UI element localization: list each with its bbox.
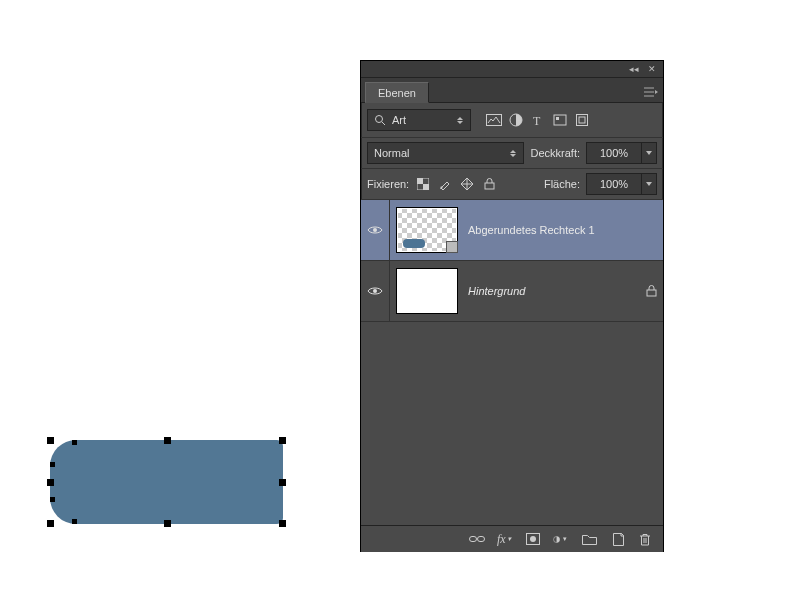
transform-handle[interactable]	[279, 437, 286, 444]
panel-titlebar[interactable]: ◂◂ ✕	[361, 61, 663, 78]
layer-name[interactable]: Hintergrund	[464, 285, 639, 297]
layer-row[interactable]: Abgerundetes Rechteck 1	[361, 200, 663, 261]
panel-tabbar: Ebenen	[361, 78, 663, 103]
svg-point-0	[376, 116, 383, 123]
lock-position-icon[interactable]	[459, 176, 475, 192]
new-layer-icon[interactable]	[609, 531, 625, 547]
lock-all-icon[interactable]	[481, 176, 497, 192]
layer-lock-icon[interactable]	[639, 285, 663, 297]
lock-row: Fixieren: Fläche: 100%	[361, 169, 663, 200]
filter-pixel-icon[interactable]	[485, 112, 503, 128]
svg-rect-6	[556, 117, 559, 120]
svg-rect-7	[577, 115, 588, 126]
fill-dropdown-icon[interactable]	[642, 173, 657, 195]
fill-value[interactable]: 100%	[586, 173, 642, 195]
svg-point-13	[373, 228, 377, 232]
transform-handle[interactable]	[164, 437, 171, 444]
filter-smart-icon[interactable]	[573, 112, 591, 128]
opacity-dropdown-icon[interactable]	[642, 142, 657, 164]
transform-handle[interactable]	[47, 520, 54, 527]
link-layers-icon[interactable]	[469, 531, 485, 547]
visibility-toggle[interactable]	[361, 261, 390, 321]
shape-layer-badge-icon	[446, 241, 458, 253]
fill-label: Fläche:	[544, 178, 580, 190]
layer-row[interactable]: Hintergrund	[361, 261, 663, 322]
adjustment-layer-icon[interactable]: ▾	[553, 531, 569, 547]
svg-rect-5	[554, 115, 566, 125]
tab-layers[interactable]: Ebenen	[365, 82, 429, 103]
transform-handle[interactable]	[164, 520, 171, 527]
layer-thumbnail[interactable]	[396, 268, 458, 314]
svg-point-14	[373, 289, 377, 293]
layer-style-icon[interactable]: fx▾	[497, 531, 513, 547]
opacity-label: Deckkraft:	[530, 147, 580, 159]
svg-rect-17	[478, 537, 485, 542]
close-icon[interactable]: ✕	[647, 64, 657, 74]
transform-handle[interactable]	[47, 479, 54, 486]
svg-point-19	[530, 536, 536, 542]
path-anchor[interactable]	[50, 497, 55, 502]
lock-label: Fixieren:	[367, 178, 409, 190]
blend-row: Normal Deckkraft: 100%	[361, 138, 663, 169]
blend-mode-select[interactable]: Normal	[367, 142, 524, 164]
filter-type-text-icon[interactable]: T	[529, 112, 547, 128]
transform-handle[interactable]	[279, 520, 286, 527]
svg-text:T: T	[533, 114, 541, 126]
svg-rect-10	[423, 184, 429, 190]
layers-list: Abgerundetes Rechteck 1 Hintergrund	[361, 200, 663, 525]
path-anchor[interactable]	[72, 519, 77, 524]
lock-transparency-icon[interactable]	[415, 176, 431, 192]
svg-rect-15	[647, 290, 656, 296]
svg-rect-9	[417, 178, 423, 184]
panel-menu-icon[interactable]	[641, 82, 661, 102]
filter-type-label: Art	[392, 114, 406, 126]
transform-handle[interactable]	[279, 479, 286, 486]
path-anchor[interactable]	[50, 462, 55, 467]
filter-row: Art T	[361, 103, 663, 138]
panel-footer: fx▾ ▾	[361, 525, 663, 552]
filter-type-select[interactable]: Art	[367, 109, 471, 131]
lock-pixels-icon[interactable]	[437, 176, 453, 192]
filter-kind-bar: T	[485, 112, 591, 128]
path-anchor[interactable]	[72, 440, 77, 445]
canvas-rounded-rectangle[interactable]	[50, 440, 283, 524]
layer-mask-icon[interactable]	[525, 531, 541, 547]
collapse-icon[interactable]: ◂◂	[629, 64, 639, 74]
transform-handle[interactable]	[47, 437, 54, 444]
opacity-value[interactable]: 100%	[586, 142, 642, 164]
layer-name[interactable]: Abgerundetes Rechteck 1	[464, 224, 663, 236]
new-group-icon[interactable]	[581, 531, 597, 547]
layers-panel: ◂◂ ✕ Ebenen Art T	[360, 60, 664, 552]
svg-rect-16	[470, 537, 477, 542]
delete-layer-icon[interactable]	[637, 531, 653, 547]
filter-adjustment-icon[interactable]	[507, 112, 525, 128]
layer-thumbnail[interactable]	[396, 207, 458, 253]
svg-rect-12	[485, 183, 494, 189]
eye-icon	[367, 286, 383, 296]
visibility-toggle[interactable]	[361, 200, 390, 260]
filter-shape-icon[interactable]	[551, 112, 569, 128]
svg-rect-8	[579, 117, 585, 123]
search-icon	[374, 114, 386, 126]
eye-icon	[367, 225, 383, 235]
blend-mode-value: Normal	[374, 147, 409, 159]
svg-line-1	[382, 122, 385, 125]
